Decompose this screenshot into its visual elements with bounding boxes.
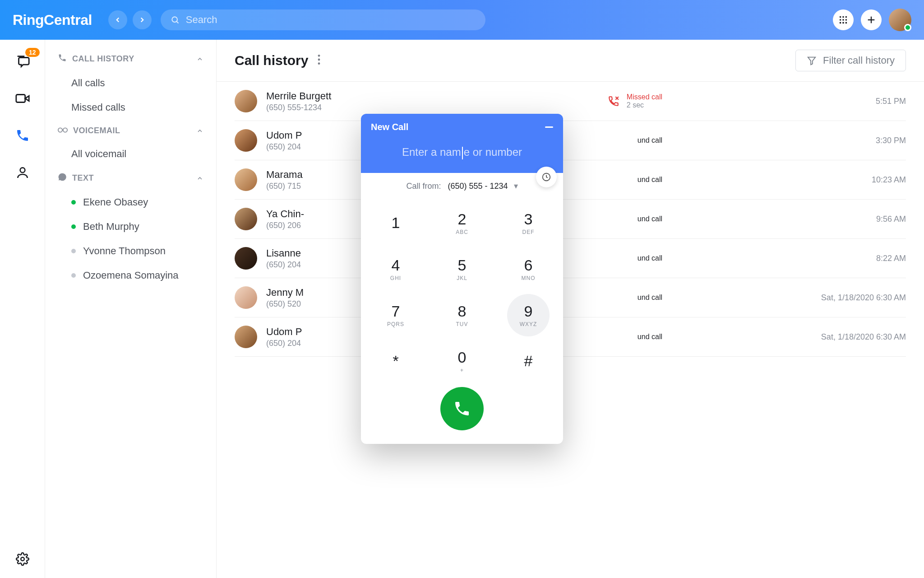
nav-item-label: Ekene Obasey [83, 196, 148, 208]
keypad-key-0[interactable]: 0+ [441, 340, 483, 382]
nav-item[interactable]: All voicemail [45, 142, 216, 166]
text-cursor [462, 147, 463, 159]
section-icon [58, 126, 68, 135]
dialpad-button[interactable] [833, 9, 854, 30]
key-digit: 3 [524, 210, 533, 228]
call-name: Ya Chin- [266, 208, 304, 220]
section-icon [58, 53, 67, 65]
call-name: Lisanne [266, 247, 301, 259]
section-label: VOICEMAIL [73, 126, 196, 135]
svg-point-19 [318, 55, 320, 57]
section-label: TEXT [72, 173, 196, 183]
more-vert-icon [317, 54, 321, 65]
search-input[interactable] [186, 14, 476, 26]
nav-item[interactable]: Yvonne Thompson [45, 239, 216, 263]
call-time: 10:23 AM [807, 175, 906, 185]
nav-section-header[interactable]: TEXT [45, 166, 216, 190]
call-type-label: Missed call [627, 93, 662, 101]
nav-section-header[interactable]: CALL HISTORY [45, 47, 216, 71]
key-digit: * [393, 352, 398, 370]
svg-point-4 [845, 16, 847, 18]
svg-point-2 [840, 16, 841, 18]
filter-button[interactable]: Filter call history [795, 50, 906, 71]
dialpad-icon [838, 15, 848, 25]
nav-item[interactable]: Ozoemena Somayina [45, 263, 216, 288]
keypad-key-*[interactable]: * [374, 340, 417, 382]
call-row[interactable]: Udom P(650) 204und call3:30 PM [235, 121, 906, 160]
search-bar[interactable] [161, 9, 485, 30]
call-row[interactable]: Lisanne(650) 204und call8:22 AM [235, 239, 906, 278]
call-avatar [235, 129, 257, 152]
chevron-up-icon [196, 127, 203, 135]
keypad-key-7[interactable]: 7PQRS [374, 294, 417, 336]
chevron-up-icon [196, 175, 203, 182]
dialer-minimize-button[interactable] [545, 122, 553, 130]
key-digit: 5 [458, 256, 467, 274]
rail-messages[interactable]: 12 [14, 52, 32, 70]
call-type: und call [638, 215, 662, 223]
keypad-key-9[interactable]: 9WXYZ [507, 294, 550, 336]
call-number: (650) 715 [266, 182, 303, 191]
keypad-key-8[interactable]: 8TUV [441, 294, 483, 336]
dial-call-button[interactable] [440, 387, 484, 430]
keypad-key-#[interactable]: # [507, 340, 550, 382]
app-header: RingCentral [0, 0, 924, 40]
presence-dot [71, 224, 76, 229]
call-avatar [235, 286, 257, 309]
nav-item[interactable]: Missed calls [45, 95, 216, 120]
more-button[interactable] [317, 54, 321, 67]
call-row[interactable]: Jenny M(650) 520und callSat, 1/18/2020 6… [235, 278, 906, 317]
call-name: Udom P [266, 130, 302, 141]
call-type: und call [638, 254, 662, 262]
keypad-key-5[interactable]: 5JKL [441, 248, 483, 290]
nav-item[interactable]: Ekene Obasey [45, 190, 216, 214]
plus-icon [866, 15, 876, 25]
key-sub: TUV [456, 321, 468, 327]
call-row[interactable]: Marama(650) 715und call10:23 AM [235, 160, 906, 200]
call-row[interactable]: Ya Chin-(650) 206und call9:56 AM [235, 200, 906, 239]
keypad-key-2[interactable]: 2ABC [441, 202, 483, 244]
key-sub: JKL [457, 275, 467, 281]
rail-settings[interactable] [14, 550, 32, 568]
key-digit: 4 [392, 256, 400, 274]
call-time: 5:51 PM [807, 97, 906, 106]
svg-line-1 [177, 22, 179, 23]
rail-phone[interactable] [14, 126, 32, 144]
dialer-header: New Call Enter a name or number [361, 114, 563, 173]
svg-point-7 [845, 19, 847, 21]
call-row[interactable]: Udom P(650) 204und callSat, 1/18/2020 6:… [235, 317, 906, 357]
svg-point-5 [840, 19, 841, 21]
call-time: Sat, 1/18/2020 6:30 AM [807, 293, 906, 303]
key-sub: MNO [522, 275, 536, 281]
keypad-key-6[interactable]: 6MNO [507, 248, 550, 290]
nav-forward-button[interactable] [133, 10, 152, 29]
call-type: und call [638, 333, 662, 341]
dialer-title: New Call [371, 122, 553, 132]
call-avatar [235, 247, 257, 270]
nav-item[interactable]: Beth Murphy [45, 214, 216, 239]
search-icon [171, 15, 180, 24]
dialer-from-number: (650) 555 - 1234 [448, 182, 508, 191]
svg-point-0 [172, 17, 177, 22]
rail-video[interactable] [14, 89, 32, 107]
keypad-key-3[interactable]: 3DEF [507, 202, 550, 244]
nav-item[interactable]: All calls [45, 71, 216, 95]
dialer-from-row[interactable]: Call from: (650) 555 - 1234 ▾ [361, 173, 563, 195]
call-row[interactable]: Merrile Burgett(650) 555-1234Missed call… [235, 82, 906, 121]
new-button[interactable] [861, 9, 882, 30]
recent-calls-button[interactable] [536, 167, 557, 187]
keypad-key-4[interactable]: 4GHI [374, 248, 417, 290]
call-name: Udom P [266, 326, 302, 338]
rail-contacts[interactable] [14, 163, 32, 182]
dialer-placeholder-right: e or number [464, 146, 522, 158]
dialer-input[interactable]: Enter a name or number [371, 146, 553, 159]
nav-back-button[interactable] [108, 10, 127, 29]
profile-avatar[interactable] [889, 9, 911, 31]
svg-point-18 [63, 128, 67, 132]
nav-section-header[interactable]: VOICEMAIL [45, 120, 216, 142]
keypad-key-1[interactable]: 1 [374, 202, 417, 244]
svg-point-10 [845, 22, 847, 24]
content-header: Call history Filter call history [217, 40, 924, 82]
minimize-icon [545, 126, 553, 128]
key-digit: 7 [392, 303, 400, 320]
